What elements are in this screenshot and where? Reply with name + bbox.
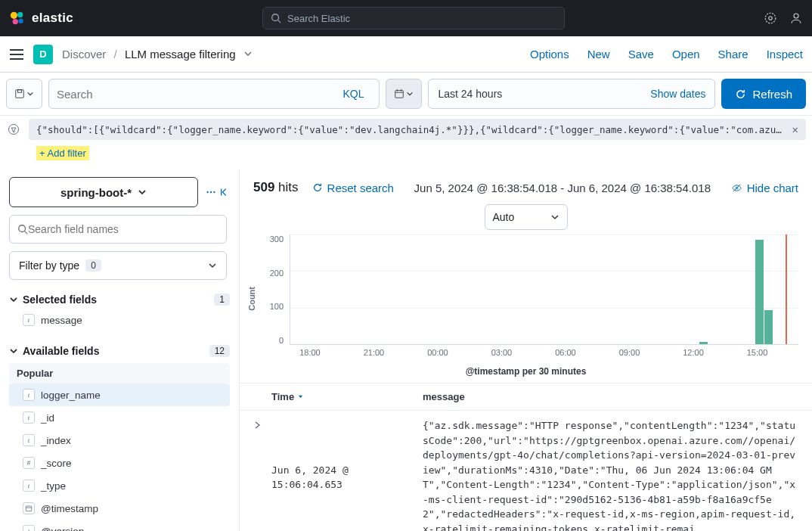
histogram-chart[interactable]: Count 300 200 100 0 [240,234,812,363]
field-item-message[interactable]: t message [9,309,230,331]
field-name: @timestamp [41,503,98,514]
share-link[interactable]: Share [718,48,748,61]
index-pattern-button[interactable]: spring-boot-* [9,177,198,207]
filter-pill-text: {"should":[{"wildcard":{"logger_name.key… [36,124,786,135]
search-bar[interactable]: KQL [48,79,380,109]
chevron-down-icon[interactable] [243,49,253,58]
search-icon [17,224,28,234]
svg-rect-24 [26,506,32,511]
main-area: spring-boot-* Filter by type 0 Selected … [0,169,812,531]
global-header: elastic Search Elastic [0,0,812,36]
svg-point-1 [17,12,23,17]
cell-time: Jun 6, 2024 @ 15:06:04.653 [271,418,423,531]
refresh-icon [312,182,323,193]
saved-query-button[interactable] [6,79,42,109]
app-header: D Discover / LLM message filtering Optio… [0,36,812,73]
breadcrumb-current: LLM message filtering [125,48,236,61]
sidebar: spring-boot-* Filter by type 0 Selected … [0,169,239,531]
field-item-version[interactable]: t @version [9,520,230,531]
chart-bar [755,240,764,344]
available-fields-header[interactable]: Available fields 12 [9,342,230,360]
filter-icon [8,123,20,135]
filter-by-type[interactable]: Filter by type 0 [9,251,227,280]
brand-text: elastic [32,11,73,26]
available-fields-count: 12 [209,345,230,357]
plot-area [290,234,798,345]
reset-search-link[interactable]: Reset search [312,182,394,194]
options-link[interactable]: Options [530,48,569,61]
selected-fields-header[interactable]: Selected fields 1 [9,290,230,309]
expand-row-icon[interactable] [253,418,271,531]
global-search-placeholder: Search Elastic [287,13,350,24]
breadcrumb-root[interactable]: Discover [62,48,106,61]
field-search-input[interactable] [28,223,218,235]
field-item-logger-name[interactable]: t logger_name [9,384,230,406]
svg-point-22 [19,225,26,232]
disk-icon [14,88,25,99]
app-badge[interactable]: D [33,45,53,64]
hide-chart-link[interactable]: Hide chart [731,182,798,194]
query-bar: KQL Last 24 hours Show dates Refresh [0,73,812,116]
svg-rect-12 [16,90,24,98]
header-actions: Options New Save Open Share Inspect [530,48,803,61]
col-message-header[interactable]: message [423,391,798,402]
y-axis-label: Count [247,287,256,311]
global-search-input[interactable]: Search Elastic [262,7,565,30]
popular-label: Popular [9,363,230,384]
menu-icon[interactable] [9,49,24,60]
refresh-button[interactable]: Refresh [721,79,806,109]
field-name: message [41,315,82,326]
save-link[interactable]: Save [628,48,654,61]
col-time-header[interactable]: Time [271,391,423,402]
table-row[interactable]: Jun 6, 2024 @ 15:06:04.653 {"az.sdk.mess… [240,411,812,531]
date-range-picker[interactable]: Last 24 hours Show dates [428,79,715,109]
field-type-text-icon: t [23,411,35,424]
field-name: @version [41,526,84,532]
field-item-id[interactable]: t _id [9,406,230,429]
filter-remove-icon[interactable]: ✕ [792,123,798,135]
inspect-link[interactable]: Inspect [767,48,803,61]
field-item-timestamp[interactable]: @timestamp [9,497,230,520]
field-item-index[interactable]: t _index [9,429,230,452]
svg-rect-14 [395,91,404,98]
add-filter-button[interactable]: + Add filter [36,146,89,160]
dots-icon[interactable] [206,187,216,197]
chevron-down-icon [550,213,559,222]
search-input[interactable] [57,88,335,101]
calendar-icon [394,88,404,99]
field-name: _index [41,435,71,446]
kql-toggle[interactable]: KQL [335,88,371,100]
chevron-down-icon [26,90,34,98]
reset-search-label: Reset search [327,182,394,194]
filter-type-count: 0 [85,259,101,272]
show-dates-link[interactable]: Show dates [650,88,705,100]
help-icon[interactable] [764,11,777,25]
field-type-text-icon: t [23,389,35,401]
new-link[interactable]: New [587,48,610,61]
svg-line-5 [278,20,281,23]
interval-select[interactable]: Auto [485,204,568,230]
filter-type-label: Filter by type [19,259,79,272]
user-icon[interactable] [789,11,803,25]
content-area: 509 hits Reset search Jun 5, 2024 @ 16:3… [239,169,812,531]
x-axis-label: @timestamp per 30 minutes [240,363,812,383]
refresh-icon [735,88,746,100]
open-link[interactable]: Open [672,48,700,61]
search-icon [271,13,281,23]
field-type-text-icon: t [23,480,35,492]
selected-fields-label: Selected fields [23,293,97,306]
field-name: logger_name [41,390,101,401]
date-quick-button[interactable] [386,79,422,109]
filter-settings-button[interactable] [6,122,21,137]
selected-fields-count: 1 [214,293,230,306]
svg-point-2 [13,19,18,24]
field-item-type[interactable]: t _type [9,474,230,497]
y-ticks: 300 200 100 0 [259,234,287,345]
field-item-score[interactable]: # _score [9,452,230,474]
field-search[interactable] [9,215,227,244]
svg-point-19 [206,191,208,193]
filter-pill[interactable]: {"should":[{"wildcard":{"logger_name.key… [29,119,806,140]
collapse-icon[interactable] [219,187,230,197]
svg-rect-13 [17,90,21,93]
field-name: _score [41,458,72,469]
